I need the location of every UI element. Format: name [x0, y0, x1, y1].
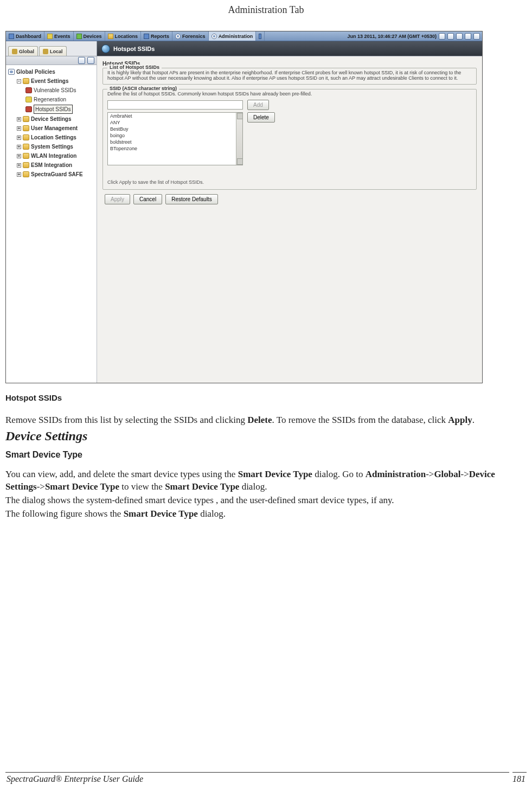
list-item[interactable]: BTopenzone: [108, 145, 242, 152]
tab-label: Locations: [115, 34, 138, 39]
tree-node-esm-integration[interactable]: + ESM Integration: [8, 160, 95, 170]
sidebar-toolbar: [6, 56, 97, 65]
events-icon: [47, 34, 53, 39]
tree-leaf-label: Regeneration: [34, 95, 66, 104]
apply-button[interactable]: Apply: [105, 194, 130, 204]
list-item[interactable]: BestBuy: [108, 126, 242, 132]
devices-icon: [76, 34, 82, 39]
text: ->: [426, 469, 434, 479]
reports-icon: [144, 34, 149, 39]
panel-title-bar: Hotspot SSIDs: [97, 41, 482, 56]
delete-button[interactable]: Delete: [247, 112, 275, 123]
scope-tab-local[interactable]: Local: [39, 46, 67, 56]
scope-tab-global[interactable]: Global: [8, 46, 38, 56]
expand-icon[interactable]: +: [17, 136, 21, 140]
tab-label: Dashboard: [16, 34, 41, 39]
tree-leaf-vulnerable-ssids[interactable]: Vulnerable SSIDs: [8, 86, 95, 95]
tab-label: Devices: [84, 34, 102, 39]
window-btn-4[interactable]: [465, 33, 471, 40]
list-item[interactable]: boingo: [108, 132, 242, 139]
tree-root[interactable]: Global Policies: [8, 67, 95, 76]
sidebar: Global Policies - Event Settings Vulnera…: [6, 56, 97, 383]
folder-icon: [23, 153, 29, 159]
tab-locations[interactable]: Locations: [105, 31, 142, 41]
nav-tree: Global Policies - Event Settings Vulnera…: [6, 65, 97, 179]
text: . To remove the SSIDs from the database,…: [272, 415, 448, 425]
expand-icon[interactable]: +: [17, 154, 21, 158]
window-btn-1[interactable]: [439, 33, 445, 40]
scope-tabs: Global Local: [6, 41, 97, 56]
tree-node-user-management[interactable]: + User Management: [8, 124, 95, 133]
page-header-title: Administration Tab: [5, 0, 527, 31]
tree-node-spectraguard-safe[interactable]: + SpectraGuard SAFE: [8, 170, 95, 179]
tree-node-device-settings[interactable]: + Device Settings: [8, 114, 95, 124]
tree-node-wlan-integration[interactable]: + WLAN Integration: [8, 151, 95, 160]
window-btn-5[interactable]: [473, 33, 480, 40]
tree-node-label: Device Settings: [31, 115, 71, 123]
bold-text: Administration: [366, 469, 426, 479]
tab-label: Forensics: [182, 34, 206, 39]
text: The following figure shows the: [5, 509, 124, 519]
tree-node-event-settings[interactable]: - Event Settings: [8, 76, 95, 86]
text: to view the: [119, 481, 165, 492]
sidebar-tool-2[interactable]: [87, 57, 94, 64]
group-list-of-hotspot-ssids: List of Hotspot SSIDs It is highly likel…: [102, 68, 477, 85]
cancel-button[interactable]: Cancel: [133, 194, 162, 204]
tab-events[interactable]: Events: [44, 31, 74, 41]
restore-defaults-button[interactable]: Restore Defaults: [165, 194, 217, 204]
collapse-icon[interactable]: -: [17, 79, 21, 83]
add-button[interactable]: Add: [247, 100, 269, 110]
refresh-icon: [25, 97, 32, 102]
main-panel: Hotspot SSIDs List of Hotspot SSIDs It i…: [97, 56, 482, 383]
tree-node-system-settings[interactable]: + System Settings: [8, 142, 95, 151]
ssid-input[interactable]: [107, 100, 243, 110]
tab-extra[interactable]: [256, 31, 265, 41]
bold-text: Smart Device Type: [124, 509, 198, 519]
group-description: It is highly likely that hotspot APs are…: [107, 70, 472, 81]
list-item[interactable]: AmbraNet: [108, 113, 242, 119]
expand-icon[interactable]: +: [17, 172, 21, 177]
expand-icon[interactable]: +: [17, 163, 21, 168]
text: dialog.: [239, 481, 267, 492]
local-icon: [43, 49, 48, 54]
tree-leaf-hotspot-ssids[interactable]: Hotspot SSIDs: [8, 104, 95, 114]
divider: [512, 772, 527, 773]
scrollbar[interactable]: [236, 113, 242, 165]
tree-leaf-regeneration[interactable]: Regeneration: [8, 95, 95, 104]
expand-icon[interactable]: +: [17, 126, 21, 131]
expand-icon[interactable]: +: [17, 145, 21, 149]
app-screenshot: Dashboard Events Devices Locations Repor…: [5, 31, 483, 383]
tree-leaf-label: Vulnerable SSIDs: [34, 86, 76, 94]
tab-devices[interactable]: Devices: [74, 31, 105, 41]
hotspot-icon: [25, 106, 32, 112]
tab-reports[interactable]: Reports: [141, 31, 172, 41]
group-legend: SSID (ASCII character string): [107, 86, 179, 91]
tab-label: Administration: [219, 34, 253, 39]
page-number: 181: [512, 774, 525, 784]
dashboard-icon: [9, 34, 14, 39]
tree-node-location-settings[interactable]: + Location Settings: [8, 133, 95, 142]
tree-leaf-label: Hotspot SSIDs: [34, 105, 73, 114]
folder-icon: [23, 162, 29, 168]
window-btn-3[interactable]: [456, 33, 463, 40]
tree-node-label: Event Settings: [31, 77, 68, 85]
tab-administration[interactable]: Administration: [209, 31, 257, 41]
bold-text: Smart Device Type: [238, 469, 312, 479]
tab-forensics[interactable]: Forensics: [172, 31, 209, 41]
list-item[interactable]: ANY: [108, 119, 242, 126]
tab-dashboard[interactable]: Dashboard: [6, 31, 44, 41]
bold-text: Smart Device Type: [45, 481, 119, 492]
sidebar-tool-1[interactable]: [78, 57, 85, 64]
panel-title: Hotspot SSIDs: [113, 46, 155, 52]
window-btn-2[interactable]: [447, 33, 454, 40]
group-legend: List of Hotspot SSIDs: [107, 65, 162, 70]
text: .: [472, 415, 475, 425]
expand-icon[interactable]: +: [17, 117, 21, 121]
list-item[interactable]: boldstreet: [108, 139, 242, 145]
folder-icon: [23, 144, 29, 150]
locations-icon: [108, 34, 113, 39]
page-footer: SpectraGuard® Enterprise User Guide 181: [5, 772, 527, 784]
folder-icon: [23, 78, 29, 84]
section-heading-device-settings: Device Settings: [5, 429, 527, 443]
ssid-listbox[interactable]: AmbraNet ANY BestBuy boingo boldstreet B…: [107, 112, 243, 165]
